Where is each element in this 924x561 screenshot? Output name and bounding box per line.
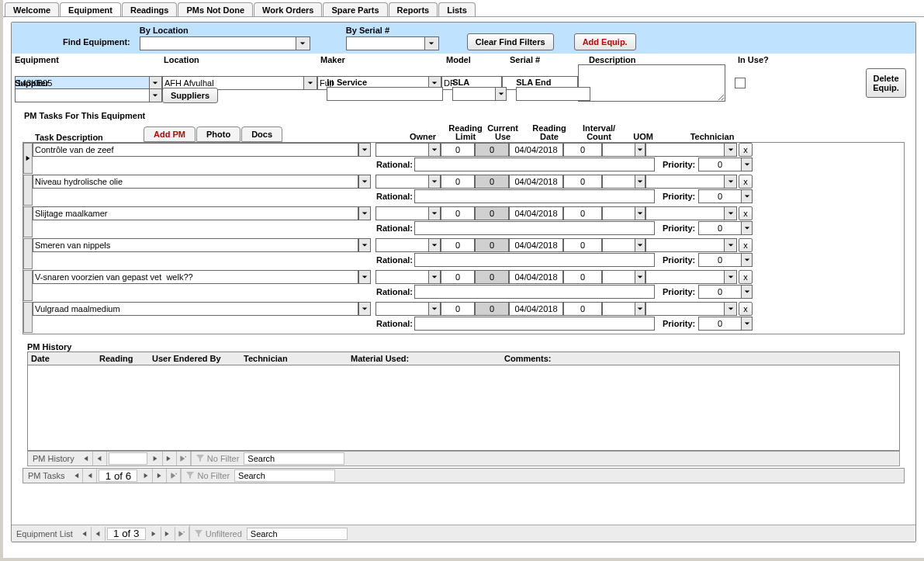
tab-work-orders[interactable]: Work Orders xyxy=(254,2,322,16)
chevron-down-icon[interactable] xyxy=(724,144,736,156)
chevron-down-icon[interactable] xyxy=(741,222,752,234)
uom-input[interactable] xyxy=(603,303,635,315)
reading-limit-input[interactable] xyxy=(441,175,475,189)
chevron-down-icon[interactable] xyxy=(724,303,736,315)
priority-combo[interactable] xyxy=(698,221,753,235)
technician-input[interactable] xyxy=(646,175,724,188)
delete-task-button[interactable]: x xyxy=(739,175,753,189)
pm-history-page-input[interactable] xyxy=(109,452,147,465)
owner-input[interactable] xyxy=(376,144,428,156)
current-use-input[interactable] xyxy=(475,238,509,252)
uom-combo[interactable] xyxy=(602,143,645,157)
technician-combo[interactable] xyxy=(645,302,737,316)
delete-task-button[interactable]: x xyxy=(739,143,753,157)
sla-end-input[interactable] xyxy=(516,87,590,101)
current-use-input[interactable] xyxy=(475,143,509,157)
chevron-down-icon[interactable] xyxy=(428,239,440,251)
chevron-down-icon[interactable] xyxy=(428,207,440,220)
prev-record-icon[interactable] xyxy=(92,527,106,541)
task-desc-dropdown[interactable] xyxy=(358,302,371,316)
by-serial-input[interactable] xyxy=(347,37,424,50)
new-record-icon[interactable] xyxy=(175,527,189,541)
uom-input[interactable] xyxy=(603,207,635,220)
rational-input[interactable] xyxy=(414,158,655,171)
uom-input[interactable] xyxy=(603,271,635,283)
uom-combo[interactable] xyxy=(602,270,645,284)
rational-input[interactable] xyxy=(414,189,655,203)
reading-date-input[interactable] xyxy=(509,206,563,220)
owner-input[interactable] xyxy=(376,271,428,283)
delete-task-button[interactable]: x xyxy=(739,270,753,284)
task-description-input[interactable] xyxy=(33,206,358,220)
task-desc-dropdown[interactable] xyxy=(358,270,371,284)
technician-input[interactable] xyxy=(646,271,724,283)
chevron-down-icon[interactable] xyxy=(428,144,440,156)
owner-input[interactable] xyxy=(376,207,428,220)
chevron-down-icon[interactable] xyxy=(635,144,645,156)
chevron-down-icon[interactable] xyxy=(741,190,752,203)
chevron-down-icon[interactable] xyxy=(724,239,736,251)
last-record-icon[interactable] xyxy=(153,469,167,483)
tab-welcome[interactable]: Welcome xyxy=(5,2,59,16)
chevron-down-icon[interactable] xyxy=(741,254,752,266)
tab-equipment[interactable]: Equipment xyxy=(60,2,121,16)
new-record-icon[interactable] xyxy=(167,469,181,483)
pm-history-search-input[interactable] xyxy=(244,452,344,465)
chevron-down-icon[interactable] xyxy=(359,207,370,220)
next-record-icon[interactable] xyxy=(147,527,161,541)
equipment-page-input[interactable] xyxy=(107,528,146,540)
technician-input[interactable] xyxy=(646,239,724,251)
pm-tasks-page-input[interactable] xyxy=(99,469,137,482)
uom-combo[interactable] xyxy=(602,302,645,316)
tab-reports[interactable]: Reports xyxy=(389,2,438,16)
technician-combo[interactable] xyxy=(645,238,737,252)
chevron-down-icon[interactable] xyxy=(635,239,645,251)
tab-spare-parts[interactable]: Spare Parts xyxy=(323,2,387,16)
last-record-icon[interactable] xyxy=(161,527,175,541)
chevron-down-icon[interactable] xyxy=(428,303,440,315)
chevron-down-icon[interactable] xyxy=(724,207,736,220)
chevron-down-icon[interactable] xyxy=(635,303,645,315)
chevron-down-icon[interactable] xyxy=(741,317,752,330)
priority-combo[interactable] xyxy=(698,189,753,203)
task-desc-dropdown[interactable] xyxy=(358,238,371,252)
sla-input[interactable] xyxy=(453,88,495,100)
record-selector[interactable] xyxy=(23,270,33,301)
reading-date-input[interactable] xyxy=(509,302,563,316)
uom-input[interactable] xyxy=(603,175,635,188)
tab-lists[interactable]: Lists xyxy=(438,2,476,16)
interval-input[interactable] xyxy=(563,175,602,189)
description-input[interactable] xyxy=(578,64,725,102)
chevron-down-icon[interactable] xyxy=(741,158,752,171)
interval-input[interactable] xyxy=(563,206,602,220)
chevron-down-icon[interactable] xyxy=(359,239,370,251)
priority-input[interactable] xyxy=(699,190,741,203)
owner-combo[interactable] xyxy=(375,270,441,284)
reading-limit-input[interactable] xyxy=(441,270,475,284)
chevron-down-icon[interactable] xyxy=(635,207,645,220)
reading-limit-input[interactable] xyxy=(441,143,475,157)
rational-input[interactable] xyxy=(414,285,655,299)
uom-combo[interactable] xyxy=(602,206,645,220)
record-selector[interactable] xyxy=(23,206,33,237)
suppliers-button[interactable]: Suppliers xyxy=(162,88,218,103)
current-use-input[interactable] xyxy=(475,302,509,316)
task-description-input[interactable] xyxy=(33,175,358,189)
priority-combo[interactable] xyxy=(698,317,753,331)
uom-combo[interactable] xyxy=(602,175,645,189)
delete-task-button[interactable]: x xyxy=(739,238,753,252)
prev-record-icon[interactable] xyxy=(83,469,97,483)
owner-input[interactable] xyxy=(376,303,428,315)
filter-toggle[interactable]: No Filter xyxy=(181,469,234,483)
reading-date-input[interactable] xyxy=(509,175,563,189)
chevron-down-icon[interactable] xyxy=(149,89,161,102)
technician-input[interactable] xyxy=(646,144,724,156)
add-equip-button[interactable]: Add Equip. xyxy=(574,33,636,50)
equipment-search-input[interactable] xyxy=(247,528,348,540)
chevron-down-icon[interactable] xyxy=(359,144,370,156)
uom-input[interactable] xyxy=(603,239,635,251)
chevron-down-icon[interactable] xyxy=(424,37,438,50)
priority-input[interactable] xyxy=(699,286,741,298)
filter-toggle[interactable]: No Filter xyxy=(191,452,244,466)
delete-equip-button[interactable]: Delete Equip. xyxy=(866,68,906,98)
